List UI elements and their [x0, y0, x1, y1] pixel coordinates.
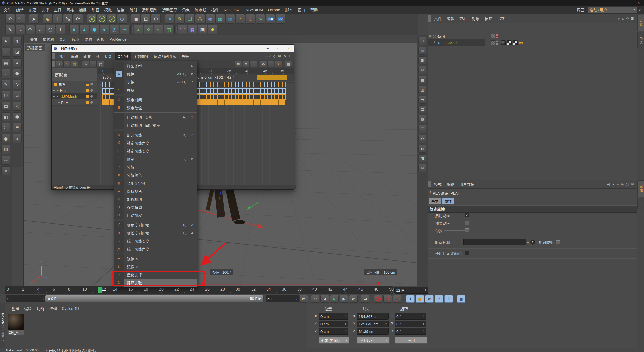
current-frame-field[interactable]: 12 F ▲▼ [394, 287, 428, 294]
track-row[interactable]: ⌐PLA [52, 99, 97, 106]
solo-dot[interactable] [90, 89, 93, 92]
autokey-button[interactable]: ( ) [383, 295, 392, 303]
dock-mode-icon-1[interactable]: ◪ [13, 48, 22, 57]
dock-mode-icon-3[interactable]: ⬟ [13, 69, 22, 78]
dock-panel-icon-7[interactable]: ⬓ [418, 105, 426, 113]
drag-handle-icon[interactable] [52, 53, 55, 59]
dock-tool-icon-11[interactable]: ⊹ [1, 156, 10, 165]
panel-icon[interactable]: ⊙ [621, 182, 624, 186]
menu-item[interactable]: 用户数据 [457, 180, 477, 188]
menu-item[interactable]: 流水线 [192, 6, 209, 14]
coord-input-旋转-P[interactable]: 0 °▲▼ [395, 321, 426, 327]
dock-panel-icon-9[interactable]: ☰ [418, 125, 426, 133]
boole-icon[interactable]: ◐ [154, 25, 163, 34]
coord-input-位置-Z[interactable]: 0 cm▲▼ [319, 328, 348, 335]
timeline-tool-icon[interactable]: ≡ [267, 61, 274, 67]
key-rotation-button[interactable]: ⟳ [425, 295, 434, 303]
menu-item[interactable]: 创建 [9, 304, 22, 313]
dock-tool-icon-10[interactable]: ▥ [1, 145, 10, 154]
visibility-dot[interactable] [496, 37, 498, 38]
menu-item[interactable]: 面板 [94, 35, 107, 43]
expander-icon[interactable]: ⊞ [53, 89, 55, 92]
search-icon[interactable]: ⌕ [639, 7, 641, 12]
menu-item[interactable]: 纹理 [47, 304, 59, 313]
context-menu-item[interactable]: ⋀统一切线角度 [114, 245, 197, 253]
point-tag-icon[interactable] [519, 42, 523, 44]
ffd-deformer-icon[interactable]: ▦ [188, 25, 197, 34]
render-region-icon[interactable]: ⊡ [141, 14, 151, 24]
side-tab-2[interactable]: 层 [637, 198, 644, 209]
cube-primitive-icon[interactable]: ■ [69, 25, 79, 34]
pick-object-icon[interactable]: ➤ [530, 239, 535, 245]
cylinder-primitive-icon[interactable]: ⬢ [90, 25, 99, 34]
close-button[interactable]: ✕ [633, 0, 644, 6]
visibility-dot[interactable] [496, 43, 498, 45]
timeline-tool-icon[interactable]: ▩ [285, 61, 292, 67]
value-range-handle[interactable] [286, 75, 286, 80]
visibility-toggles[interactable] [491, 40, 498, 45]
context-menu-item[interactable]: ◠自动相切 - 经典A, T~1 [114, 113, 197, 121]
drag-handle-icon[interactable] [52, 61, 55, 67]
play-forwards-button[interactable]: ⟳ [349, 295, 358, 303]
menu-item[interactable]: 书签 [179, 52, 191, 60]
timeline-tool-icon[interactable]: ▢ [97, 61, 104, 67]
goto-start-button[interactable]: ⏮ [299, 295, 308, 303]
checkbox[interactable]: ✓ [465, 251, 469, 255]
dock-mode-icon-4[interactable]: ∿ [13, 80, 22, 89]
graph-icon[interactable]: ∿ [256, 14, 265, 24]
menu-item[interactable]: 雕刻 [127, 6, 139, 14]
menu-item[interactable]: INSYDIUM [242, 6, 265, 13]
dock-panel-icon-12[interactable]: ◨ [418, 154, 426, 162]
dock-mode-icon-8[interactable]: ≣ [13, 123, 22, 132]
visibility-dots[interactable] [496, 34, 498, 38]
play-button[interactable]: ▶ [330, 295, 339, 303]
render-settings-icon[interactable]: ⚙ [151, 14, 161, 24]
menu-item[interactable]: 摄像机 [40, 35, 57, 43]
context-menu-item[interactable]: ⌐步幅Alt+T, T~7 [114, 78, 197, 86]
timeline-tool-icon[interactable]: ⊟ [243, 61, 250, 67]
move-icon[interactable]: ✛ [53, 14, 63, 24]
menu-item[interactable]: 查看 [81, 52, 93, 60]
spinner-icon[interactable]: ▲▼ [423, 315, 425, 318]
timeline-close-button[interactable]: ✕ [284, 46, 294, 51]
spinner-icon[interactable]: ▲▼ [296, 297, 298, 300]
timeline-tool-icon[interactable]: ∿ [82, 61, 89, 67]
track-name[interactable]: Hips [60, 88, 67, 93]
menu-item[interactable]: 对象 [469, 14, 482, 23]
timeline-tool-icon[interactable]: ▥ [71, 61, 78, 67]
panel-icon[interactable]: ⊞ [278, 54, 281, 58]
menu-item[interactable]: 脚本 [283, 6, 295, 14]
timeline-tool-icon[interactable]: ⊞ [235, 61, 242, 67]
menu-item[interactable]: 工具 [51, 6, 64, 14]
menu-item[interactable]: 编辑 [14, 6, 26, 14]
panel-icon[interactable]: ◇ [273, 54, 276, 58]
track-toggles[interactable] [86, 101, 93, 104]
dock-panel-icon-0[interactable]: ▤ [418, 37, 426, 45]
bars-icon[interactable] [86, 101, 89, 104]
layer-icon[interactable] [491, 40, 495, 45]
section-header[interactable]: 轨迹属性 [428, 205, 637, 213]
context-menu-item[interactable]: ⑂分解 [114, 163, 197, 171]
menu-item[interactable]: 运动跟踪 [139, 6, 159, 14]
arc-icon[interactable]: ◠ [25, 25, 35, 34]
menu-item[interactable]: ProRender [107, 36, 130, 43]
menu-item[interactable]: 捕捉 [76, 6, 89, 14]
main-timeline-ruler[interactable]: 0246810141618202224262830323436384042444… [5, 286, 393, 294]
drag-handle-icon[interactable] [2, 25, 5, 34]
menu-item[interactable]: 创建 [56, 52, 68, 60]
panel-icon[interactable]: ⌂ [269, 54, 271, 58]
dock-mode-icon-6[interactable]: ◬ [13, 102, 22, 111]
menu-item[interactable]: 功能 [102, 52, 115, 60]
maximize-button[interactable]: ❐ [623, 0, 633, 6]
expand-arrow-icon[interactable]: ▸ [527, 241, 529, 244]
dock-panel-icon-6[interactable]: ⬒ [418, 96, 426, 104]
dock-tool-icon-6[interactable]: ▤ [1, 102, 10, 111]
track-name[interactable]: U3DMesh [60, 94, 77, 99]
spinner-icon[interactable]: ▲▼ [423, 330, 425, 333]
panel-icon[interactable]: ⊞ [631, 182, 634, 186]
next-frame-button[interactable]: ▶ [340, 295, 348, 303]
spinner-icon[interactable]: ▲▼ [345, 330, 347, 333]
solo-dot[interactable] [90, 83, 93, 85]
dock-panel-icon-13[interactable]: ⊡ [418, 164, 426, 172]
key-parameter-button[interactable]: P [435, 295, 443, 303]
